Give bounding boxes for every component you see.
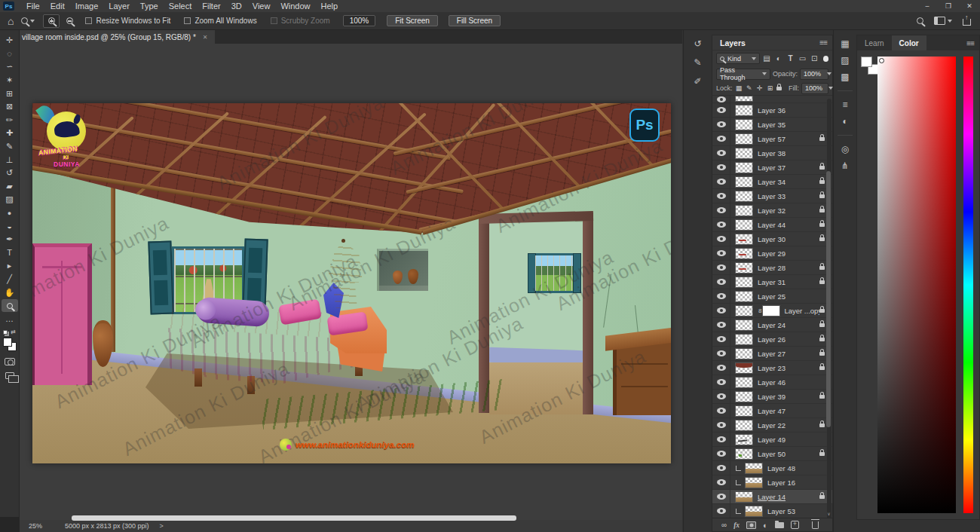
layer-row-clipped[interactable]: Layer 16 [712,475,832,490]
zoom-out-button[interactable] [61,14,78,28]
layer-row[interactable]: Layer 32 [712,203,832,218]
fit-screen-button[interactable]: Fit Screen [387,15,438,26]
layers-scrollbar[interactable] [827,99,831,521]
pen-tool[interactable]: ✒ [2,233,18,246]
panel-menu-icon[interactable]: ≡≡ [966,39,974,47]
visibility-icon[interactable] [717,336,726,342]
mask-thumbnail[interactable] [762,305,780,316]
menu-window[interactable]: Window [275,2,315,11]
add-layer-mask-icon[interactable] [746,521,756,529]
eraser-tool[interactable]: ▰ [2,180,18,194]
swatches-panel-icon[interactable]: ▦ [841,39,849,48]
layer-row[interactable]: Layer 50 [712,447,832,461]
move-tool[interactable]: ✛ [2,34,18,47]
layer-thumbnail[interactable] [735,362,753,374]
zoom-100-button[interactable]: 100% [343,15,376,26]
visibility-icon[interactable] [717,96,726,102]
layer-row[interactable]: Layer 39 [712,390,832,404]
layer-thumbnail[interactable] [735,277,753,288]
layer-thumbnail[interactable] [735,391,753,402]
layer-row[interactable]: Layer 44 [712,218,832,232]
fill-dropdown[interactable]: 100% [801,83,828,94]
layer-row[interactable]: Layer 33 [712,189,832,203]
layer-row-selected[interactable]: Layer 14 [712,490,832,504]
quick-selection-tool[interactable]: ✶ [2,74,18,87]
layer-thumbnail[interactable] [735,133,753,145]
foreground-color[interactable] [3,338,12,347]
blend-mode-dropdown[interactable]: Pass Through [716,69,770,80]
layer-thumbnail[interactable] [735,234,753,245]
visibility-icon[interactable] [717,479,726,485]
layer-row[interactable]: Layer 49 [712,433,832,447]
visibility-icon[interactable] [717,408,726,414]
new-layer-icon[interactable] [791,521,799,529]
layer-row[interactable]: Layer 38 [712,146,832,161]
visibility-icon[interactable] [717,164,726,170]
visibility-icon[interactable] [717,465,726,471]
share-icon[interactable] [963,19,971,26]
tab-close-icon[interactable]: ✕ [203,34,208,41]
hue-slider[interactable] [963,57,973,513]
lock-position-icon[interactable]: ✛ [755,84,764,92]
path-selection-tool[interactable]: ► [2,259,18,273]
layer-row[interactable]: Layer 31 [712,275,832,289]
layers-tab[interactable]: Layers [712,38,753,47]
crop-tool[interactable]: ⊞ [2,87,18,100]
zoom-level[interactable]: 25% [29,522,42,530]
character-styles-panel-icon[interactable]: ≡ [842,100,847,109]
lasso-tool[interactable]: ∽ [2,60,18,74]
layer-row[interactable]: Layer 36 [712,103,832,118]
menu-layer[interactable]: Layer [103,2,135,11]
layer-thumbnail[interactable] [735,434,753,445]
layer-thumbnail[interactable] [735,305,753,316]
layer-row[interactable]: Layer 29 [712,246,832,261]
panel-menu-icon[interactable]: ≡≡ [819,38,827,47]
filter-adjustment-icon[interactable]: ◐ [773,54,783,63]
layer-thumbnail[interactable] [735,377,753,388]
paths-panel-icon[interactable]: ⋔ [841,161,849,170]
blur-tool[interactable]: ● [2,206,18,220]
layer-row[interactable]: Layer 37 [712,161,832,175]
scroll-down-icon[interactable]: ∨ [826,511,831,516]
workspace-switcher[interactable] [934,17,952,25]
gradient-tool[interactable]: ▨ [2,193,18,206]
visibility-icon[interactable] [717,436,726,442]
layer-thumbnail[interactable] [745,506,763,517]
document-tab[interactable]: village room inside.psd @ 25% (Group 15,… [15,30,215,44]
layer-thumbnail[interactable] [735,348,753,359]
layer-row[interactable]: Layer 46 [712,375,832,390]
filter-shape-icon[interactable]: ▭ [798,54,807,63]
menu-file[interactable]: File [21,2,45,11]
layer-row-clipped[interactable]: Layer 53 [712,504,832,518]
healing-brush-tool[interactable]: ✚ [2,127,18,140]
menu-select[interactable]: Select [164,2,198,11]
layer-row[interactable]: Layer 47 [712,404,832,418]
tab-color[interactable]: Color [892,35,926,50]
layer-thumbnail[interactable] [735,162,753,173]
marquee-tool[interactable]: ◌ [2,47,18,61]
adjustment-layer-icon[interactable]: ◐ [763,521,768,530]
close-button[interactable]: ✕ [959,2,980,10]
horizontal-scrollbar[interactable] [72,515,516,521]
screen-mode-button[interactable] [5,372,14,379]
zoom-tool[interactable] [2,299,18,313]
quick-mask-button[interactable] [5,358,15,365]
lock-transparency-icon[interactable]: ▦ [735,84,743,92]
layer-thumbnail[interactable] [735,105,753,116]
layer-thumbnail[interactable] [735,334,753,345]
layer-row[interactable]: Layer 34 [712,175,832,189]
lock-artboard-icon[interactable]: ⊞ [766,84,774,92]
lock-pixels-icon[interactable]: ✎ [745,84,753,92]
restore-button[interactable]: ❐ [938,2,959,10]
history-panel-icon[interactable]: ↺ [694,39,701,48]
canvas[interactable]: Animation Ki DuniyaAnimation Ki Duniya A… [32,103,671,463]
visibility-icon[interactable] [717,250,726,256]
visibility-icon[interactable] [717,236,726,242]
gradients-panel-icon[interactable]: ▨ [841,56,849,65]
layer-thumbnail[interactable] [735,420,753,431]
layer-row-masked[interactable]: 8Layer ...opy 4 [712,304,832,318]
visibility-icon[interactable] [717,379,726,385]
zoom-in-button[interactable] [43,14,60,28]
filter-smart-object-icon[interactable]: ⊡ [810,54,819,63]
tool-presets-panel-icon[interactable]: ✐ [694,77,701,86]
